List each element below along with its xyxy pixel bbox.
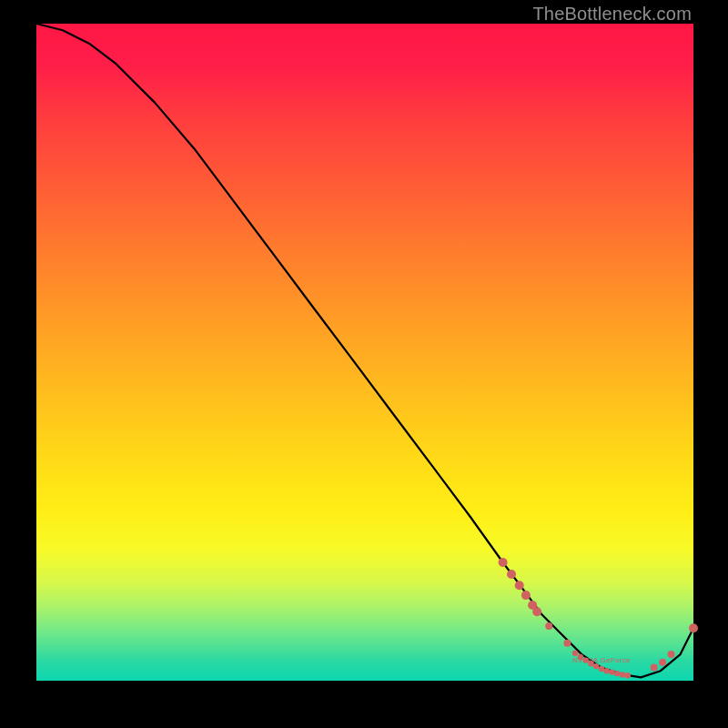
data-marker bbox=[651, 664, 658, 672]
data-marker bbox=[563, 640, 571, 647]
data-marker bbox=[545, 622, 552, 630]
data-marker bbox=[604, 668, 610, 673]
watermark-text: TheBottleneck.com bbox=[532, 4, 692, 25]
data-marker bbox=[593, 663, 599, 669]
data-marker bbox=[532, 607, 541, 616]
chart-annotation: NVIDIA GeForce bbox=[572, 656, 631, 664]
chart-svg: NVIDIA GeForce bbox=[36, 24, 693, 681]
chart-annotations: NVIDIA GeForce bbox=[572, 656, 631, 664]
plot-area: NVIDIA GeForce bbox=[36, 24, 693, 681]
data-marker bbox=[499, 558, 508, 567]
data-marker bbox=[659, 659, 666, 666]
data-marker bbox=[614, 671, 620, 676]
data-marker bbox=[515, 581, 524, 590]
data-marker bbox=[507, 570, 516, 579]
data-marker bbox=[625, 672, 631, 678]
bottleneck-curve bbox=[36, 24, 693, 677]
data-marker bbox=[599, 666, 604, 672]
data-marker bbox=[521, 591, 531, 600]
data-marker bbox=[668, 651, 675, 658]
data-marker bbox=[689, 623, 698, 632]
chart-stage: TheBottleneck.com NVIDIA GeForce bbox=[0, 0, 728, 728]
data-marker bbox=[609, 669, 614, 674]
data-marker bbox=[620, 672, 625, 677]
